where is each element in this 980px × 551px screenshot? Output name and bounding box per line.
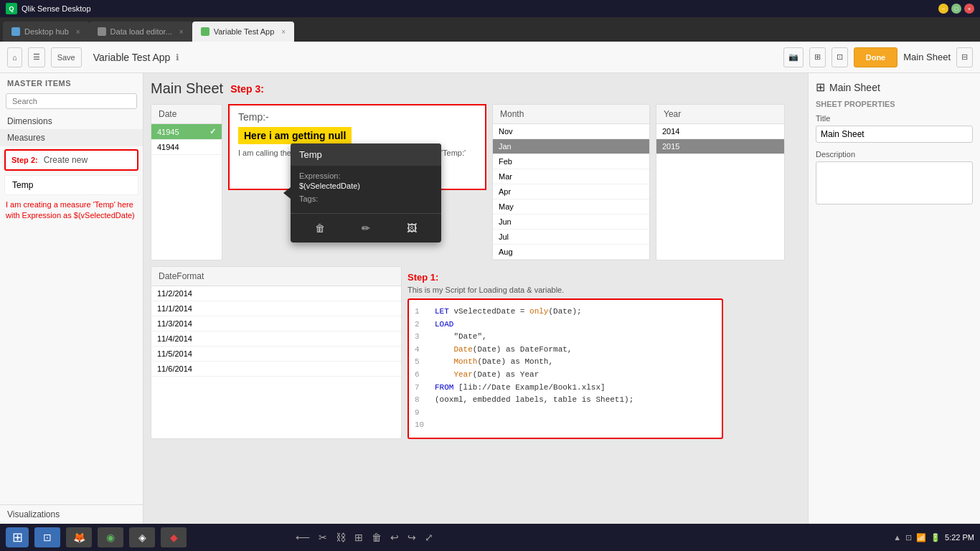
edit-measure-button[interactable]: ✏: [356, 220, 376, 237]
month-row-5[interactable]: May: [493, 199, 649, 215]
tags-label: Tags:: [299, 194, 433, 203]
year-row-0[interactable]: 2014: [656, 124, 784, 139]
dateformat-row-1[interactable]: 11/1/2014: [151, 301, 401, 316]
title-bar-controls: − □ ×: [938, 4, 974, 14]
month-row-6[interactable]: Jun: [493, 215, 649, 230]
left-sidebar: Master items Dimensions Measures Step 2:…: [0, 73, 143, 524]
month-row-1[interactable]: Jan: [493, 139, 649, 154]
layout-button[interactable]: ⊞: [809, 47, 826, 67]
popup-body: Expression: $(vSelectedDate) Tags:: [291, 166, 441, 213]
app-icon: Q: [6, 3, 17, 14]
date-row-1[interactable]: 41944: [151, 140, 222, 155]
create-new-button[interactable]: Create new: [44, 155, 88, 165]
image-measure-button[interactable]: 🖼: [401, 220, 423, 237]
month-row-0[interactable]: Nov: [493, 124, 649, 139]
taskbar-app-2[interactable]: 🦊: [66, 527, 92, 547]
year-panel: Year 2014 2015: [656, 104, 785, 260]
info-icon: ℹ: [176, 52, 179, 62]
desktop-tab-icon: [11, 27, 20, 36]
year-row-1[interactable]: 2015: [656, 139, 784, 154]
taskbar-app-4[interactable]: ◈: [129, 527, 155, 547]
sheet-main-title: Main Sheet: [151, 80, 223, 97]
expression-value: $(vSelectedDate): [299, 182, 433, 190]
delete-measure-button[interactable]: 🗑: [309, 220, 331, 237]
nav-link-btn[interactable]: ⛓: [336, 532, 346, 543]
date-panel-header: Date: [151, 105, 222, 124]
done-button[interactable]: Done: [854, 47, 898, 67]
nav-cut-btn[interactable]: ✂: [319, 532, 327, 543]
taskbar-icon-4: 🔋: [930, 533, 941, 542]
measure-popup: Temp Expression: $(vSelectedDate) Tags: …: [291, 143, 441, 242]
dateformat-panel: DateFormat 11/2/2014 11/1/2014 11/3/2014…: [151, 266, 402, 439]
dateformat-row-5[interactable]: 11/6/2014: [151, 362, 401, 377]
dataload-tab-icon: [98, 27, 106, 36]
nav-full-btn[interactable]: ⤢: [425, 532, 433, 543]
nav-undo-btn[interactable]: ↩: [390, 532, 399, 543]
code-line-3: 3 "Date",: [415, 331, 716, 344]
code-line-8: 8 (ooxml, embedded labels, table is Shee…: [415, 394, 716, 407]
step3-label: Step 3:: [230, 83, 264, 95]
code-line-9: 9: [415, 407, 716, 420]
sidebar-item-dimensions[interactable]: Dimensions: [0, 113, 143, 130]
popup-arrow: [283, 187, 291, 199]
date-panel: Date 41945 ✓ 41944: [151, 104, 222, 260]
taskbar-icon-2: ⊡: [905, 533, 912, 542]
vartest-tab-close[interactable]: ×: [281, 28, 286, 36]
right-sidebar: ⊞ Main Sheet Sheet properties Title Desc…: [808, 73, 980, 524]
sidebar-item-measures[interactable]: Measures: [0, 130, 143, 146]
popup-actions: 🗑 ✏ 🖼: [291, 213, 441, 242]
nav-copy-btn[interactable]: ⊞: [354, 532, 363, 543]
nav-button[interactable]: ☰: [28, 47, 45, 67]
close-btn[interactable]: ×: [964, 4, 974, 14]
minimize-btn[interactable]: −: [938, 4, 948, 14]
step2-label: Step 2:: [11, 156, 38, 164]
date-row-selected[interactable]: 41945 ✓: [151, 124, 222, 140]
view-button[interactable]: ⊡: [831, 47, 848, 67]
dateformat-row-4[interactable]: 11/5/2014: [151, 347, 401, 362]
home-button[interactable]: ⌂: [7, 47, 22, 67]
month-row-4[interactable]: Apr: [493, 184, 649, 199]
code-line-2: 2 LOAD: [415, 319, 716, 331]
month-row-3[interactable]: Mar: [493, 169, 649, 184]
sheet-title-input[interactable]: [816, 126, 973, 143]
tab-vartest[interactable]: Variable Test App ×: [192, 22, 294, 42]
popup-title: Temp: [291, 143, 441, 166]
more-button[interactable]: ⊟: [956, 47, 973, 67]
month-row-8[interactable]: Aug: [493, 245, 649, 260]
tab-bar: Desktop hub × Data load editor... × Vari…: [0, 17, 980, 42]
year-panel-header: Year: [656, 105, 784, 124]
sidebar-item-visualizations[interactable]: Visualizations: [0, 504, 143, 524]
temp-measure-item[interactable]: Temp: [4, 175, 138, 195]
nav-redo-btn[interactable]: ↪: [407, 532, 416, 543]
temp-label: Temp:-: [238, 111, 476, 123]
taskbar-app-5[interactable]: ◆: [161, 527, 187, 547]
dateformat-row-2[interactable]: 11/3/2014: [151, 316, 401, 331]
taskbar-app-3[interactable]: ◉: [98, 527, 123, 547]
start-button[interactable]: ⊞: [6, 527, 29, 547]
camera-button[interactable]: 📷: [783, 47, 804, 67]
desktop-tab-close[interactable]: ×: [76, 28, 80, 36]
dateformat-panel-header: DateFormat: [151, 267, 401, 286]
search-input[interactable]: [6, 93, 137, 109]
dateformat-row-0[interactable]: 11/2/2014: [151, 286, 401, 301]
taskbar-app-1[interactable]: ⊡: [34, 527, 60, 547]
month-row-2[interactable]: Feb: [493, 154, 649, 169]
taskbar-nav: ⟵ ✂ ⛓ ⊞ 🗑 ↩ ↪ ⤢: [192, 532, 537, 543]
nav-del-btn[interactable]: 🗑: [372, 532, 382, 543]
step1-label: Step 1:: [407, 272, 723, 283]
maximize-btn[interactable]: □: [951, 4, 961, 14]
dateformat-row-3[interactable]: 11/4/2014: [151, 331, 401, 347]
description-textarea[interactable]: [816, 161, 973, 204]
sheet-title-bar: Main Sheet Step 3:: [151, 80, 801, 97]
month-panel: Month Nov Jan Feb Mar Apr May Jun Jul Au…: [492, 104, 650, 260]
save-button[interactable]: Save: [51, 47, 82, 67]
sheet-name-toolbar: Main Sheet: [903, 52, 951, 62]
month-row-7[interactable]: Jul: [493, 230, 649, 245]
tab-desktop[interactable]: Desktop hub ×: [3, 22, 89, 42]
step1-area: Step 1: This is my Script for Loading da…: [407, 272, 723, 439]
taskbar-icon-1: ▲: [893, 533, 901, 542]
dataload-tab-close[interactable]: ×: [179, 28, 184, 36]
step2-create-area: Step 2: Create new: [4, 149, 138, 171]
tab-dataload[interactable]: Data load editor... ×: [89, 22, 192, 42]
nav-back-btn[interactable]: ⟵: [296, 532, 310, 543]
